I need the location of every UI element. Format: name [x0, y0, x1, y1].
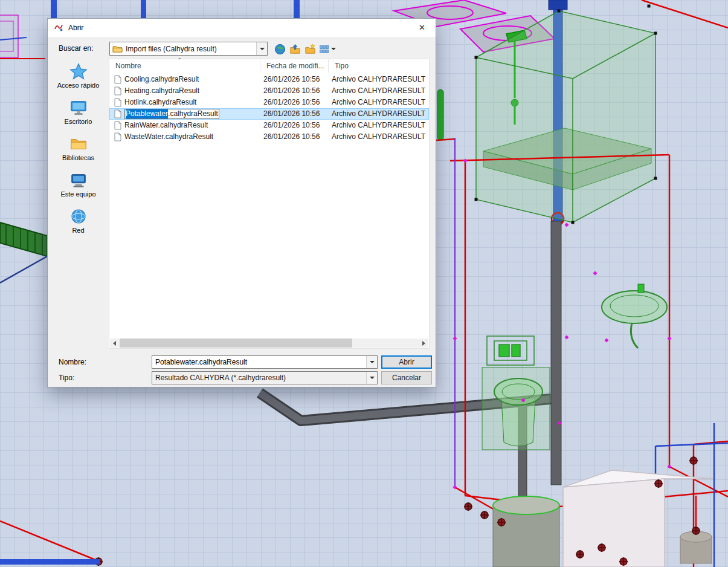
file-row[interactable]: WasteWater.calhydraResult 26/01/2026 10:…	[109, 131, 429, 143]
close-icon[interactable]: ✕	[408, 19, 436, 37]
file-list: ⌃ Nombre Fecha de modifi... Tipo Cooling…	[109, 59, 430, 349]
file-icon	[114, 109, 121, 118]
file-name-label: Nombre:	[59, 355, 86, 369]
file-name-combobox[interactable]	[152, 355, 378, 369]
sidebar-item-libraries[interactable]: Bibliotecas	[48, 131, 109, 167]
file-name: RainWater.calhydraResult	[124, 120, 208, 131]
back-button[interactable]	[272, 42, 287, 56]
look-in-dropdown-icon[interactable]	[256, 42, 267, 55]
file-date: 26/01/2026 10:56	[260, 74, 329, 85]
open-button[interactable]: Abrir	[381, 355, 432, 369]
new-folder-button[interactable]	[303, 42, 317, 56]
sidebar-label: Escritorio	[65, 118, 92, 125]
scrollbar-thumb[interactable]	[120, 339, 352, 348]
file-row-selected[interactable]: Potablewater.calhydraResult 26/01/2026 1…	[109, 108, 429, 120]
view-menu-caret-icon	[331, 48, 336, 50]
sort-ascending-icon: ⌃	[177, 57, 182, 63]
new-folder-icon	[304, 44, 316, 55]
sidebar-item-desktop[interactable]: Escritorio	[48, 95, 109, 131]
file-type: Archivo CALHYDRARESULT	[329, 97, 429, 108]
cistern	[487, 336, 534, 365]
scroll-right-icon[interactable]	[419, 339, 428, 348]
file-type: Archivo CALHYDRARESULT	[329, 108, 429, 120]
file-icon	[114, 75, 121, 84]
sidebar-label: Acceso rápido	[57, 82, 100, 89]
computer-icon	[69, 171, 88, 189]
file-date: 26/01/2026 10:56	[260, 131, 329, 143]
file-type: Archivo CALHYDRARESULT	[329, 85, 429, 97]
libraries-folder-icon	[69, 135, 88, 153]
file-name: Cooling.calhydraResult	[124, 74, 199, 85]
monitor-icon	[69, 99, 88, 117]
column-header-name[interactable]: Nombre	[109, 59, 260, 73]
folder-up-icon	[289, 44, 301, 55]
look-in-combobox[interactable]: Import files (Calhydra result)	[109, 42, 268, 56]
dialog-titlebar[interactable]: Abrir ✕	[48, 19, 436, 37]
floor-grate	[0, 222, 47, 283]
file-icon	[114, 132, 121, 141]
scroll-left-icon[interactable]	[110, 339, 119, 348]
file-row[interactable]: Hotlink.calhydraResult 26/01/2026 10:56 …	[109, 97, 429, 108]
file-icon	[114, 121, 121, 130]
sidebar-item-quick-access[interactable]: Acceso rápido	[48, 59, 109, 95]
network-globe-icon	[69, 207, 88, 225]
look-in-value: Import files (Calhydra result)	[123, 45, 256, 53]
up-one-level-button[interactable]	[288, 42, 302, 56]
file-row[interactable]: Cooling.calhydraResult 26/01/2026 10:56 …	[109, 74, 429, 85]
views-grid-icon	[319, 44, 329, 54]
app-icon	[54, 23, 63, 33]
file-type: Archivo CALHYDRARESULT	[329, 74, 429, 85]
file-rows: Cooling.calhydraResult 26/01/2026 10:56 …	[109, 74, 429, 143]
file-name-rest-text: .calhydraResult	[168, 109, 218, 118]
file-date: 26/01/2026 10:56	[260, 97, 329, 108]
file-date: 26/01/2026 10:56	[260, 120, 329, 131]
file-icon	[114, 86, 121, 96]
wash-basin	[602, 284, 667, 348]
file-name-input[interactable]	[152, 357, 366, 367]
sidebar-label: Bibliotecas	[62, 154, 94, 161]
globe-back-icon	[274, 44, 286, 55]
sidebar-item-network[interactable]: Red	[48, 204, 109, 240]
file-date: 26/01/2026 10:56	[260, 108, 329, 120]
file-row[interactable]: Heating.calhydraResult 26/01/2026 10:56 …	[109, 85, 429, 97]
water-tank	[493, 496, 559, 567]
look-in-label: Buscar en:	[59, 42, 93, 56]
file-date: 26/01/2026 10:56	[260, 85, 329, 97]
file-name: WasteWater.calhydraResult	[124, 131, 213, 143]
places-sidebar: Acceso rápido Escritorio Bibliotecas	[48, 59, 109, 387]
toilet	[482, 368, 550, 450]
file-name: Heating.calhydraResult	[124, 85, 199, 97]
sidebar-label: Este equipo	[60, 190, 95, 198]
cancel-button[interactable]: Cancelar	[381, 371, 432, 384]
rename-edit-box[interactable]: Potablewater.calhydraResult	[124, 109, 219, 119]
file-type-value: Resultado CALHYDRA (*.calhydraresult)	[152, 374, 366, 382]
column-header-type[interactable]: Tipo	[329, 59, 429, 73]
file-icon	[114, 98, 121, 107]
folder-icon	[112, 45, 123, 53]
dialog-title: Abrir	[68, 24, 83, 32]
bottom-left-piping	[0, 521, 100, 565]
file-name-dropdown-icon[interactable]	[366, 356, 377, 368]
star-icon	[69, 62, 88, 80]
file-type: Archivo CALHYDRARESULT	[329, 131, 429, 143]
file-type-label: Tipo:	[59, 371, 74, 384]
file-name-selected-text: Potablewater	[126, 109, 168, 118]
file-row[interactable]: RainWater.calhydraResult 26/01/2026 10:5…	[109, 120, 429, 131]
file-type: Archivo CALHYDRARESULT	[329, 120, 429, 131]
file-name: Hotlink.calhydraResult	[124, 97, 196, 108]
sidebar-label: Red	[72, 227, 84, 234]
expansion-tank	[680, 531, 712, 563]
horizontal-scrollbar[interactable]	[110, 339, 428, 348]
column-headers: ⌃ Nombre Fecha de modifi... Tipo	[109, 59, 429, 73]
open-file-dialog: Abrir ✕ Buscar en: Import files (Calhydr…	[47, 18, 436, 387]
sidebar-item-this-pc[interactable]: Este equipo	[48, 167, 109, 204]
column-header-date[interactable]: Fecha de modifi...	[260, 59, 329, 73]
view-menu-button[interactable]	[318, 42, 337, 56]
file-type-dropdown-icon[interactable]	[366, 372, 377, 384]
file-type-combobox[interactable]: Resultado CALHYDRA (*.calhydraresult)	[152, 371, 378, 384]
